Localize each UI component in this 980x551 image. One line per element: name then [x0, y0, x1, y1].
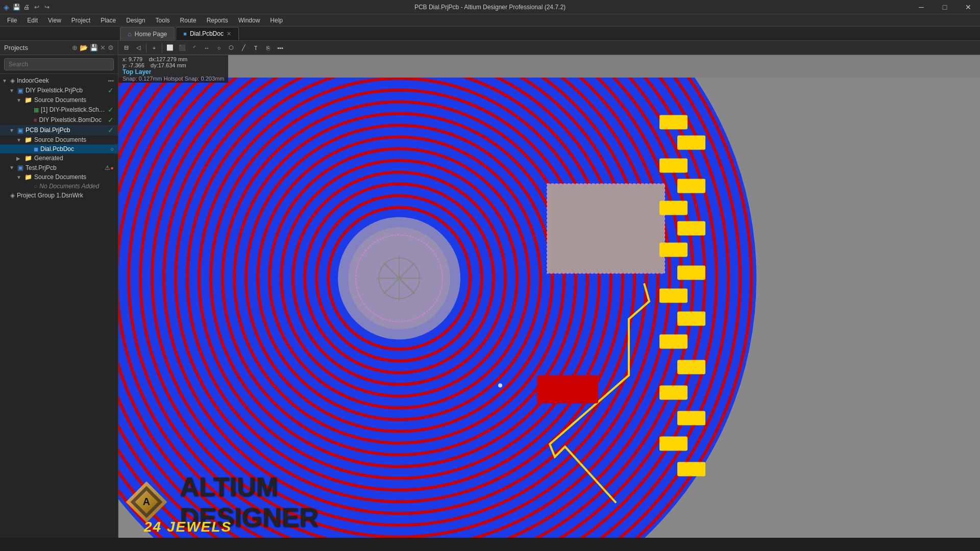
content-area: ⊟ ◁ + ⬜ ⬛ ◜ ↔ ○ ⬡ ╱ T ⎘ ••• x: 9.779 dx:…	[118, 41, 980, 538]
svg-rect-65	[659, 201, 688, 215]
status-modified-icon: ○	[110, 146, 114, 152]
tab-pcb[interactable]: ■ Dial.PcbDoc ✕	[176, 27, 239, 40]
folder-icon: 📁	[24, 155, 32, 162]
close-button[interactable]: ✕	[957, 0, 980, 14]
menu-edit[interactable]: Edit	[22, 14, 43, 26]
toolbar-separator	[146, 43, 146, 53]
status-warn-icon: ⚠	[105, 164, 110, 171]
paste-button[interactable]: ⎘	[262, 42, 274, 54]
print-toolbar-icon[interactable]: 🖨	[22, 3, 31, 11]
rect-button[interactable]: ⬜	[164, 42, 176, 54]
arc-button[interactable]: ◜	[189, 42, 200, 54]
tree-diy-pixelstick[interactable]: ▼ ▣ DIY Pixelstick.PrjPcb ✓	[0, 85, 118, 95]
tree-project-group[interactable]: ▶ ◈ Project Group 1.DsnWrk	[0, 191, 118, 200]
svg-rect-69	[659, 289, 688, 303]
tree-test-prjpcb[interactable]: ▼ ▣ Test.PrjPcb ⚠ ●	[0, 163, 118, 172]
tree-pcb-dial[interactable]: ▼ ▣ PCB Dial.PrjPcb ✓	[0, 125, 118, 135]
sidebar-title: Projects	[4, 44, 28, 52]
sidebar-new-project-icon[interactable]: ⊕	[72, 44, 78, 52]
y-coord: y: -7.366	[122, 62, 144, 68]
svg-rect-60	[547, 184, 665, 273]
folder-icon: 📁	[24, 136, 32, 143]
toolbar-separator	[162, 43, 162, 53]
sidebar-header: Projects ⊕ 📂 💾 ✕ ⚙	[0, 41, 118, 55]
tree-label: Source Documents	[34, 96, 114, 104]
tree-generated[interactable]: ▶ 📁 Generated	[0, 154, 118, 163]
menu-project[interactable]: Project	[66, 14, 95, 26]
circle-button[interactable]: ○	[213, 42, 225, 54]
tree-indoorgeek[interactable]: ▼ ◈ IndoorGeek •••	[0, 76, 118, 85]
x-coord: x: 9.779	[122, 56, 142, 62]
arrow-icon: ▼	[2, 78, 9, 84]
menu-file[interactable]: File	[2, 14, 22, 26]
sidebar-controls: ⊕ 📂 💾 ✕ ⚙	[72, 44, 114, 52]
tree-test-src-docs[interactable]: ▼ 📁 Source Documents	[0, 172, 118, 182]
menu-place[interactable]: Place	[95, 14, 121, 26]
tree-label: Project Group 1.DsnWrk	[17, 192, 114, 199]
save-toolbar-icon[interactable]: 💾	[12, 3, 20, 11]
tree-diy-src-docs[interactable]: ▼ 📁 Source Documents	[0, 95, 118, 105]
status-check-icon: ✓	[108, 126, 114, 134]
text-button[interactable]: T	[250, 42, 261, 54]
sidebar-settings-icon[interactable]: ⚙	[108, 44, 114, 52]
svg-rect-63	[659, 159, 688, 173]
polygon-button[interactable]: ⬡	[226, 42, 237, 54]
select-button[interactable]: ⬛	[177, 42, 188, 54]
sidebar: Projects ⊕ 📂 💾 ✕ ⚙ ▼ ◈ IndoorGeek ••• ▼	[0, 41, 118, 538]
status-ok-icon: ✓	[108, 86, 114, 94]
tab-close-button[interactable]: ✕	[227, 31, 231, 37]
undo-toolbar-icon[interactable]: ↩	[33, 3, 41, 11]
svg-point-78	[498, 384, 502, 388]
bom-icon: ≡	[34, 117, 37, 123]
sidebar-open-project-icon[interactable]: 📂	[80, 44, 88, 52]
more-button[interactable]: •••	[275, 42, 286, 54]
sidebar-close-project-icon[interactable]: ✕	[100, 44, 106, 52]
arrow-icon: ▼	[16, 137, 23, 143]
menu-tools[interactable]: Tools	[151, 14, 175, 26]
svg-rect-61	[659, 115, 688, 130]
menu-route[interactable]: Route	[175, 14, 202, 26]
window-icons: ◈ 💾 🖨 ↩ ↪	[0, 3, 51, 11]
tree-dial-pcbdoc[interactable]: ▶ ◼ Dial.PcbDoc ○	[0, 144, 118, 154]
search-input[interactable]	[4, 58, 114, 70]
tree-dial-src-docs[interactable]: ▼ 📁 Source Documents	[0, 135, 118, 144]
sidebar-tree: ▼ ◈ IndoorGeek ••• ▼ ▣ DIY Pixelstick.Pr…	[0, 74, 118, 538]
tree-label: Source Documents	[34, 136, 114, 143]
tree-label: IndoorGeek	[17, 77, 108, 84]
maximize-button[interactable]: □	[933, 0, 957, 14]
menu-view[interactable]: View	[43, 14, 66, 26]
minimize-button[interactable]: ─	[910, 0, 933, 14]
sidebar-save-project-icon[interactable]: 💾	[90, 44, 98, 52]
tree-label: Source Documents	[34, 173, 114, 181]
tab-home[interactable]: ⌂ Home Page	[120, 27, 175, 40]
tab-pcb-label: Dial.PcbDoc	[190, 30, 224, 37]
line-button[interactable]: ╱	[238, 42, 249, 54]
pcb-toolbar: ⊟ ◁ + ⬜ ⬛ ◜ ↔ ○ ⬡ ╱ T ⎘ •••	[118, 41, 980, 55]
dx-coord: dx:127.279 mm	[149, 56, 187, 62]
pcb-file-icon: ◼	[34, 146, 38, 153]
back-button[interactable]: ◁	[133, 42, 144, 54]
tree-label: Generated	[34, 155, 114, 162]
svg-rect-77	[537, 375, 598, 404]
sidebar-search	[0, 55, 118, 74]
menu-window[interactable]: Window	[233, 14, 265, 26]
schematic-icon: ▦	[34, 107, 39, 113]
add-button[interactable]: +	[149, 42, 160, 54]
redo-toolbar-icon[interactable]: ↪	[43, 3, 51, 11]
tree-label: Test.PrjPcb	[26, 164, 103, 171]
filter-button[interactable]: ⊟	[120, 42, 132, 54]
menu-help[interactable]: Help	[265, 14, 288, 26]
tree-diy-sch[interactable]: ▶ ▦ [1] DIY-Pixelstick.SchDoc ✓	[0, 105, 118, 115]
arrow-icon: ▼	[16, 97, 23, 103]
project-icon: ▣	[17, 127, 23, 134]
empty-icon: ○	[34, 183, 37, 190]
measure-button[interactable]: ↔	[201, 42, 212, 54]
pcb-drawing[interactable]: A ALTIUM DESIGNER 24 JEWELS	[118, 78, 980, 538]
window-controls: ─ □ ✕	[910, 0, 980, 14]
status-ok-icon: ✓	[108, 106, 114, 114]
tree-diy-bom[interactable]: ▶ ≡ DIY Pixelstick.BomDoc ✓	[0, 115, 118, 125]
menu-reports[interactable]: Reports	[202, 14, 233, 26]
arrow-icon: ▶	[16, 156, 23, 161]
more-options-icon[interactable]: •••	[108, 78, 114, 84]
menu-design[interactable]: Design	[121, 14, 150, 26]
